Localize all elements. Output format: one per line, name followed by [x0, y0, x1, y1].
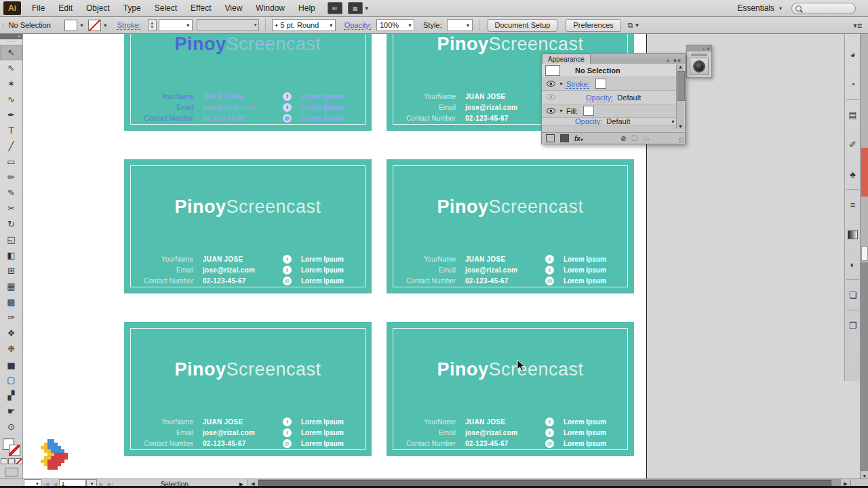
fill-swatch-caret-icon[interactable]: ▼	[79, 23, 84, 28]
selection-tool[interactable]: ↖	[0, 45, 22, 60]
vertical-scrollbar-thumb[interactable]	[861, 246, 868, 261]
expand-triangle-icon[interactable]: ▼	[559, 81, 564, 86]
none-mode-button[interactable]	[16, 458, 22, 464]
opacity-link[interactable]: Opacity:	[575, 118, 602, 125]
scroll-down-icon[interactable]: ▼	[671, 119, 675, 124]
business-card-selected[interactable]: PinoyScreencastYourNameJUAN JOSEEmailjos…	[124, 33, 372, 131]
drawing-modes-button[interactable]	[5, 468, 18, 476]
gradient-panel-button[interactable]	[845, 220, 861, 249]
menu-file[interactable]: File	[25, 1, 52, 15]
stroke-color-swatch[interactable]	[88, 20, 101, 31]
gradient-tool[interactable]: ▩	[0, 294, 22, 310]
collapse-panel-icon[interactable]: »	[667, 58, 671, 64]
control-bar-grip[interactable]: ⁞	[2, 22, 3, 28]
tools-panel-collapse-icon[interactable]: »	[0, 33, 22, 39]
artboard-tool[interactable]: ▢	[0, 372, 22, 388]
fill-color-swatch[interactable]	[64, 20, 77, 31]
symbol-sprayer-tool[interactable]: ❉	[0, 341, 22, 357]
graphic-styles-panel-button[interactable]: ❏	[845, 280, 861, 310]
add-new-fill-icon[interactable]	[560, 134, 569, 142]
control-bar-panel-menu-icon[interactable]: ▾≣	[854, 22, 863, 29]
shape-builder-tool[interactable]: ◧	[0, 247, 22, 263]
appearance-row-stroke[interactable]: ▼ Stroke:	[542, 77, 685, 91]
business-card[interactable]: PinoyScreencastYourNameJUAN JOSEEmailjos…	[124, 322, 372, 456]
menu-object[interactable]: Object	[79, 1, 117, 15]
stroke-attribute-link[interactable]: Stroke:	[566, 80, 590, 88]
menu-select[interactable]: Select	[148, 1, 184, 15]
appearance-row-fill[interactable]: ▼ Fill:	[542, 104, 685, 118]
opacity-link[interactable]: Opacity:	[586, 94, 613, 102]
pen-tool[interactable]: ✒	[0, 107, 22, 123]
vertical-scrollbar[interactable]: ▼	[860, 33, 868, 481]
document-canvas[interactable]: PinoyScreencastYourNameJUAN JOSEEmailjos…	[22, 33, 860, 479]
duplicate-item-icon[interactable]: ❐	[631, 135, 637, 142]
hand-tool[interactable]: ☛	[0, 403, 22, 419]
opacity-panel-link[interactable]: Opacity:	[344, 21, 372, 29]
appearance-row-no-selection[interactable]: No Selection	[542, 64, 685, 77]
gradient-mode-button[interactable]	[8, 458, 15, 464]
brushes-panel-button[interactable]: ✐	[845, 129, 861, 159]
business-card[interactable]: PinoyScreencastYourNameJUAN JOSEEmailjos…	[387, 159, 634, 293]
appearance-panel-header[interactable]: Appearance » ▾≡	[542, 54, 685, 64]
workspace-switcher[interactable]: Essentials ▾	[737, 3, 782, 13]
appearance-row-fill-opacity[interactable]: Opacity: Default ▼	[542, 118, 685, 125]
scroll-down-icon[interactable]: ▼	[677, 124, 684, 129]
stroke-indicator-swatch[interactable]	[9, 445, 20, 456]
panel-resize-grip[interactable]	[679, 138, 684, 143]
opacity-dropdown[interactable]: 100% ▼	[376, 19, 414, 31]
appearance-scrollbar[interactable]: ▲ ▼	[676, 64, 684, 129]
transparency-panel-button[interactable]: ◐	[845, 249, 861, 279]
visibility-eye-icon[interactable]	[545, 81, 556, 87]
perspective-grid-tool[interactable]: ⊞	[0, 263, 22, 279]
lasso-tool[interactable]: ∿	[0, 92, 22, 107]
scissors-tool[interactable]: ✂	[0, 201, 22, 216]
color-panel-button[interactable]: ◕	[845, 39, 861, 69]
direct-selection-tool[interactable]: ⇖	[0, 60, 22, 76]
stroke-none-swatch[interactable]	[595, 79, 606, 89]
rectangle-tool[interactable]: ▭	[0, 154, 22, 169]
pencil-tool[interactable]: ✎	[0, 185, 22, 201]
menu-edit[interactable]: Edit	[52, 1, 79, 15]
swatches-panel-button[interactable]: ▤	[845, 100, 861, 129]
zoom-tool[interactable]: ⊙	[0, 419, 22, 434]
menu-view[interactable]: View	[218, 1, 250, 15]
color-mode-button[interactable]	[1, 458, 7, 464]
stroke-panel-button[interactable]: ≡	[845, 190, 861, 220]
rotate-tool[interactable]: ↻	[0, 216, 22, 232]
expand-triangle-icon[interactable]: ▼	[559, 108, 564, 113]
arrange-documents-caret-icon[interactable]: ▼	[364, 5, 370, 12]
add-effect-icon[interactable]: fx▾	[574, 135, 583, 142]
appearance-row-stroke-opacity[interactable]: Opacity: Default	[542, 91, 685, 104]
mesh-tool[interactable]: ▦	[0, 279, 22, 294]
column-graph-tool[interactable]: ▅	[0, 357, 22, 372]
scroll-up-icon[interactable]: ▲	[677, 64, 684, 69]
eyedropper-tool[interactable]: ✑	[0, 310, 22, 325]
fill-white-swatch[interactable]	[583, 106, 594, 116]
visibility-eye-icon[interactable]	[545, 108, 556, 114]
arrange-documents-icon[interactable]: ▦	[348, 2, 363, 14]
artboards-panel-button[interactable]: ❐	[845, 310, 861, 340]
vertical-scrollbar-track[interactable]	[861, 262, 868, 470]
variable-width-profile-dropdown[interactable]: ▾	[197, 19, 259, 31]
paintbrush-tool[interactable]: ✏	[0, 169, 22, 185]
panel-menu-icon[interactable]: ▾≡	[673, 58, 682, 64]
visibility-eye-icon[interactable]	[545, 94, 556, 100]
bridge-icon[interactable]: Br	[328, 2, 342, 14]
business-card[interactable]: PinoyScreencastYourNameJUAN JOSEEmailjos…	[124, 159, 372, 293]
document-setup-button[interactable]: Document Setup	[488, 19, 558, 32]
menu-window[interactable]: Window	[249, 1, 292, 15]
menu-type[interactable]: Type	[117, 1, 148, 15]
collapsed-panel-button[interactable]	[690, 58, 709, 75]
menu-effect[interactable]: Effect	[184, 1, 218, 15]
stroke-panel-link[interactable]: Stroke:	[117, 21, 141, 29]
delete-item-icon[interactable]: ▭	[643, 135, 649, 142]
preferences-button[interactable]: Preferences	[566, 19, 620, 32]
search-input[interactable]	[791, 3, 856, 14]
align-options-icon[interactable]: ⧉	[628, 21, 633, 30]
stroke-weight-dropdown[interactable]: ▼	[159, 19, 193, 31]
slice-tool[interactable]: ▞	[0, 388, 22, 403]
stroke-weight-stepper[interactable]: ▲▼	[148, 19, 157, 31]
type-tool[interactable]: T	[0, 123, 22, 138]
scale-tool[interactable]: ◱	[0, 232, 22, 247]
fill-stroke-indicator[interactable]	[3, 439, 20, 456]
